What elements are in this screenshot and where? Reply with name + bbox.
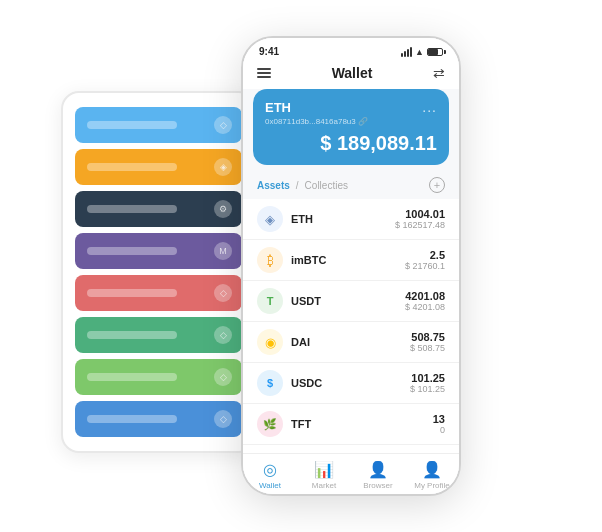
nav-item-profile[interactable]: 👤 My Profile [405,460,459,490]
asset-primary-amount: 2.5 [405,249,445,261]
asset-amounts: 508.75 $ 508.75 [410,331,445,353]
asset-primary-amount: 4201.08 [405,290,445,302]
asset-name: DAI [291,336,410,348]
asset-secondary-amount: $ 21760.1 [405,261,445,271]
asset-amounts: 101.25 $ 101.25 [410,372,445,394]
card-label [87,331,177,339]
table-row[interactable]: ◈ ETH 1004.01 $ 162517.48 [243,199,459,240]
asset-name: imBTC [291,254,405,266]
asset-name: USDC [291,377,410,389]
page-title: Wallet [332,65,373,81]
nav-header: Wallet ⇄ [243,61,459,89]
browser-nav-icon: 👤 [368,460,388,479]
eth-card-menu[interactable]: ... [422,99,437,115]
signal-icon [401,47,412,57]
list-item[interactable]: ◇ [75,401,242,437]
list-item[interactable]: ◇ [75,275,242,311]
phone-frame: 9:41 ▲ [241,36,461,496]
table-row[interactable]: $ USDC 101.25 $ 101.25 [243,363,459,404]
asset-name: ETH [291,213,395,225]
eth-amount: $ 189,089.11 [265,132,437,155]
nav-item-browser[interactable]: 👤 Browser [351,460,405,490]
eth-card-label: ETH [265,100,291,115]
asset-amounts: 2.5 $ 21760.1 [405,249,445,271]
browser-nav-label: Browser [363,481,392,490]
asset-name: USDT [291,295,405,307]
tab-assets[interactable]: Assets [257,180,290,191]
asset-primary-amount: 508.75 [410,331,445,343]
card-icon: ◇ [214,284,232,302]
wallet-nav-label: Wallet [259,481,281,490]
card-label [87,163,177,171]
list-item[interactable]: ◈ [75,149,242,185]
asset-primary-amount: 13 [433,413,445,425]
list-item[interactable]: ◇ [75,359,242,395]
eth-address: 0x08711d3b...8416a78u3 🔗 [265,117,437,126]
wifi-icon: ▲ [415,47,424,57]
list-item[interactable]: ◇ [75,317,242,353]
list-item[interactable]: M [75,233,242,269]
eth-card[interactable]: ETH ... 0x08711d3b...8416a78u3 🔗 $ 189,0… [253,89,449,165]
tab-collecties[interactable]: Collecties [305,180,348,191]
add-asset-button[interactable]: + [429,177,445,193]
asset-amounts: 13 0 [433,413,445,435]
card-label [87,121,177,129]
market-nav-label: Market [312,481,336,490]
asset-secondary-amount: $ 162517.48 [395,220,445,230]
nav-item-wallet[interactable]: ◎ Wallet [243,460,297,490]
eth-icon: ◈ [257,206,283,232]
list-item[interactable]: ⚙ [75,191,242,227]
asset-secondary-amount: $ 508.75 [410,343,445,353]
menu-button[interactable] [257,68,271,78]
table-row[interactable]: 🌿 TFT 13 0 [243,404,459,445]
tft-icon: 🌿 [257,411,283,437]
asset-primary-amount: 1004.01 [395,208,445,220]
asset-amounts: 1004.01 $ 162517.48 [395,208,445,230]
assets-tabs: Assets / Collecties [257,180,348,191]
status-icons: ▲ [401,47,443,57]
card-label [87,373,177,381]
dai-icon: ◉ [257,329,283,355]
imbtc-icon: ₿ [257,247,283,273]
asset-list: ◈ ETH 1004.01 $ 162517.48 ₿ imBTC 2.5 $ … [243,199,459,453]
table-row[interactable]: ₿ imBTC 2.5 $ 21760.1 [243,240,459,281]
card-icon: ◇ [214,410,232,428]
asset-secondary-amount: 0 [433,425,445,435]
table-row[interactable]: T USDT 4201.08 $ 4201.08 [243,281,459,322]
asset-secondary-amount: $ 4201.08 [405,302,445,312]
asset-name: TFT [291,418,433,430]
asset-secondary-amount: $ 101.25 [410,384,445,394]
asset-amounts: 4201.08 $ 4201.08 [405,290,445,312]
card-icon: ◇ [214,116,232,134]
profile-nav-label: My Profile [414,481,450,490]
card-label [87,205,177,213]
nav-item-market[interactable]: 📊 Market [297,460,351,490]
usdt-icon: T [257,288,283,314]
card-icon: ◇ [214,368,232,386]
bottom-nav: ◎ Wallet 📊 Market 👤 Browser 👤 My Profile [243,453,459,494]
market-nav-icon: 📊 [314,460,334,479]
battery-icon [427,48,443,56]
card-label [87,415,177,423]
assets-header: Assets / Collecties + [243,173,459,199]
scene: ◇ ◈ ⚙ M ◇ ◇ ◇ ◇ [11,11,591,521]
wallet-nav-icon: ◎ [263,460,277,479]
expand-icon[interactable]: ⇄ [433,65,445,81]
asset-primary-amount: 101.25 [410,372,445,384]
status-bar: 9:41 ▲ [243,38,459,61]
card-stack: ◇ ◈ ⚙ M ◇ ◇ ◇ ◇ [61,91,256,453]
card-label [87,247,177,255]
card-icon: ◇ [214,326,232,344]
usdc-icon: $ [257,370,283,396]
tab-divider: / [296,180,299,191]
list-item[interactable]: ◇ [75,107,242,143]
card-icon: ◈ [214,158,232,176]
card-icon: M [214,242,232,260]
status-time: 9:41 [259,46,279,57]
profile-nav-icon: 👤 [422,460,442,479]
table-row[interactable]: ◉ DAI 508.75 $ 508.75 [243,322,459,363]
card-icon: ⚙ [214,200,232,218]
card-label [87,289,177,297]
